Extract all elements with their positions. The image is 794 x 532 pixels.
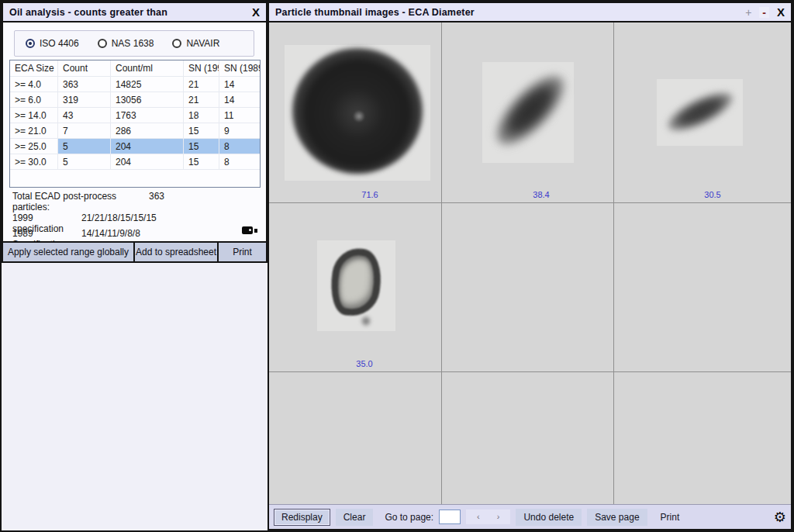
- particle-thumbnail[interactable]: [482, 62, 574, 163]
- print-button[interactable]: Print: [219, 243, 266, 261]
- table-cell[interactable]: 5: [58, 154, 111, 169]
- table-cell[interactable]: >= 14.0: [10, 108, 58, 123]
- table-cell[interactable]: 204: [111, 139, 184, 154]
- radio-label: ISO 4406: [40, 38, 79, 49]
- radio-nas-1638[interactable]: NAS 1638: [98, 38, 154, 49]
- grid-divider: [269, 371, 791, 372]
- standard-selector-group: ISO 4406NAS 1638NAVAIR: [14, 30, 254, 57]
- prev-page-icon[interactable]: ‹: [477, 513, 480, 521]
- save-page-button[interactable]: Save page: [587, 509, 647, 526]
- table-cell[interactable]: >= 25.0: [10, 139, 58, 154]
- camera-lens: [254, 229, 257, 233]
- thumbnail-value-label: 38.4: [533, 190, 549, 199]
- particle-image-rock: [326, 245, 386, 320]
- table-cell[interactable]: 319: [58, 92, 111, 107]
- table-cell[interactable]: 9: [219, 123, 260, 138]
- table-cell[interactable]: 14825: [111, 77, 184, 92]
- particle-thumbnail[interactable]: [317, 240, 395, 331]
- table-cell[interactable]: 363: [58, 77, 111, 92]
- table-cell[interactable]: 286: [111, 123, 184, 138]
- oil-window-title: Oil analysis - counts greater than: [9, 7, 167, 18]
- goto-page-label: Go to page:: [385, 512, 433, 523]
- radio-navair[interactable]: NAVAIR: [172, 38, 219, 49]
- camera-icon[interactable]: [242, 225, 259, 237]
- close-icon[interactable]: X: [252, 6, 260, 18]
- total-particles-line: Total ECAD post-process particles: 363: [12, 191, 164, 212]
- clear-button[interactable]: Clear: [336, 509, 374, 526]
- thumb-window-title: Particle thumbnail images - ECA Diameter: [275, 7, 475, 18]
- table-row[interactable]: >= 21.07286159: [10, 123, 260, 139]
- table-cell[interactable]: 21: [184, 77, 219, 92]
- thumbnail-value-label: 71.6: [361, 190, 378, 199]
- thumbnail-value-label: 35.0: [356, 359, 372, 368]
- camera-body: [242, 226, 253, 234]
- table-cell[interactable]: 21: [184, 92, 219, 107]
- particle-image-blob: [485, 65, 575, 156]
- radio-icon[interactable]: [172, 39, 181, 48]
- maximize-icon[interactable]: +: [745, 7, 751, 18]
- table-cell[interactable]: >= 6.0: [10, 92, 58, 107]
- total-particles-label: Total ECAD post-process particles:: [12, 191, 149, 212]
- radio-label: NAVAIR: [186, 38, 219, 49]
- redisplay-button[interactable]: Redisplay: [274, 509, 330, 526]
- table-cell[interactable]: 14: [219, 92, 260, 107]
- table-cell[interactable]: 13056: [111, 92, 184, 107]
- table-header-cell: Count: [58, 60, 111, 76]
- radio-icon[interactable]: [26, 39, 35, 48]
- grid-divider: [613, 22, 614, 504]
- print-button[interactable]: Print: [653, 509, 688, 526]
- oil-window-titlebar[interactable]: Oil analysis - counts greater than X: [3, 3, 266, 22]
- radio-iso-4406[interactable]: ISO 4406: [26, 38, 79, 49]
- undo-delete-button[interactable]: Undo delete: [516, 509, 582, 526]
- window-controls: + - X: [745, 6, 785, 18]
- oil-window-content: ISO 4406NAS 1638NAVAIR ECA SizeCountCoun…: [3, 22, 266, 261]
- table-row[interactable]: >= 4.0363148252114: [10, 77, 260, 92]
- table-cell[interactable]: 8: [219, 154, 260, 169]
- table-header-cell: SN (1999): [184, 60, 219, 76]
- page-nav-group: ‹ ›: [466, 510, 510, 524]
- grid-divider: [441, 22, 442, 504]
- table-row[interactable]: >= 14.04317631811: [10, 108, 260, 123]
- oil-window-button-bar: Apply selected range globallyAdd to spre…: [3, 241, 266, 261]
- table-cell[interactable]: 11: [219, 108, 260, 123]
- thumb-window-titlebar[interactable]: Particle thumbnail images - ECA Diameter…: [269, 3, 791, 22]
- table-cell[interactable]: 7: [58, 123, 111, 138]
- table-header-row: ECA SizeCountCount/mlSN (1999)SN (1989): [10, 60, 260, 77]
- table-row[interactable]: >= 30.05204158: [10, 154, 260, 170]
- table-row[interactable]: >= 25.05204158: [10, 139, 260, 154]
- gear-icon[interactable]: ⚙: [774, 510, 786, 524]
- table-cell[interactable]: 8: [219, 139, 260, 154]
- table-cell[interactable]: 204: [111, 154, 184, 169]
- add-to-spreadsheet-button[interactable]: Add to spreadsheet: [135, 243, 217, 261]
- table-cell[interactable]: 5: [58, 139, 111, 154]
- table-cell[interactable]: 15: [184, 139, 219, 154]
- table-row[interactable]: >= 6.0319130562114: [10, 92, 260, 108]
- table-cell[interactable]: 15: [184, 154, 219, 169]
- particle-thumbnail[interactable]: [285, 45, 430, 181]
- table-cell[interactable]: >= 30.0: [10, 154, 58, 169]
- table-cell[interactable]: 15: [184, 123, 219, 138]
- minimize-icon[interactable]: -: [759, 7, 769, 18]
- particle-thumbnails-window: Particle thumbnail images - ECA Diameter…: [268, 2, 792, 530]
- particle-counts-table[interactable]: ECA SizeCountCount/mlSN (1999)SN (1989)>…: [9, 60, 261, 188]
- table-header-cell: SN (1989): [219, 60, 260, 76]
- next-page-icon[interactable]: ›: [497, 513, 500, 521]
- total-particles-value: 363: [149, 191, 164, 212]
- table-cell[interactable]: 18: [184, 108, 219, 123]
- table-header-cell: Count/ml: [111, 60, 184, 76]
- thumbnail-grid: 71.6 38.4 30.5 35.0: [269, 22, 791, 504]
- particle-thumbnail[interactable]: [657, 79, 743, 146]
- table-cell[interactable]: >= 4.0: [10, 77, 58, 92]
- radio-icon[interactable]: [98, 39, 107, 48]
- goto-page-input[interactable]: [439, 510, 461, 524]
- table-cell[interactable]: >= 21.0: [10, 123, 58, 138]
- particle-image-blob: [663, 85, 738, 138]
- close-icon[interactable]: X: [777, 6, 785, 18]
- table-cell[interactable]: 14: [219, 77, 260, 92]
- table-cell[interactable]: 43: [58, 108, 111, 123]
- thumb-window-toolbar: Redisplay Clear Go to page: ‹ › Undo del…: [269, 504, 791, 529]
- desktop: Oil analysis - counts greater than X ISO…: [0, 0, 794, 532]
- apply-selected-range-globally-button[interactable]: Apply selected range globally: [3, 243, 133, 261]
- table-cell[interactable]: 1763: [111, 108, 184, 123]
- particle-image-fragment: [361, 315, 371, 327]
